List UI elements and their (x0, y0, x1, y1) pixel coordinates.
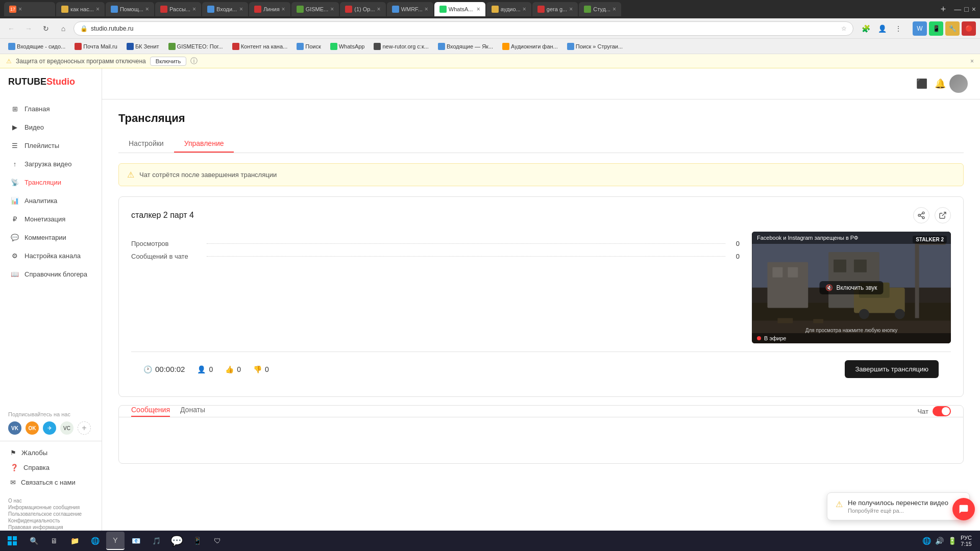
sidebar-item-complaints[interactable]: ⚑ Жалобы (0, 445, 102, 460)
footer-about[interactable]: О нас (8, 498, 93, 504)
bookmark-2[interactable]: Почта Mail.ru (70, 42, 121, 51)
add-social-button[interactable]: + (78, 421, 91, 435)
taskbar-taskview[interactable]: 🖥 (45, 532, 63, 550)
sidebar-item-home[interactable]: ⊞ Главная (0, 99, 102, 118)
back-button[interactable]: ← (4, 21, 18, 36)
bookmark-5[interactable]: Контент на кана... (228, 42, 292, 51)
tab-stud[interactable]: Студ... × (579, 2, 621, 16)
vk-social-icon[interactable]: VK (8, 421, 21, 435)
sidebar-item-playlists[interactable]: ☰ Плейлисты (0, 136, 102, 155)
tab-rassy[interactable]: Рассы... × (155, 2, 201, 16)
user-avatar[interactable] (949, 74, 968, 93)
tab-close[interactable]: × (330, 6, 334, 13)
footer-info[interactable]: Информационные сообщения (8, 505, 93, 510)
sidebar-item-monetization[interactable]: ₽ Монетизация (0, 210, 102, 228)
taskbar-search[interactable]: 🔍 (24, 532, 43, 550)
tab-17[interactable]: 17 × (4, 2, 55, 16)
tab-close[interactable]: × (192, 6, 196, 13)
bookmark-star-icon[interactable]: ☆ (841, 25, 847, 32)
profile-button[interactable]: 👤 (875, 21, 889, 36)
bookmark-whatsapp[interactable]: WhatsApp (326, 42, 369, 51)
close-browser-button[interactable]: × (972, 5, 976, 13)
taskbar-yandex[interactable]: Y (106, 532, 125, 550)
chat-toggle[interactable] (933, 406, 951, 416)
tab-close[interactable]: × (477, 6, 480, 13)
network-icon[interactable]: 🌐 (922, 537, 931, 545)
bookmark-1[interactable]: Входящие - сидо... (4, 42, 69, 51)
tab-gisme[interactable]: GISME... × (291, 2, 339, 16)
reload-button[interactable]: ↻ (39, 21, 53, 36)
tab-audio[interactable]: аудио... × (486, 2, 531, 16)
tab-close[interactable]: × (612, 6, 616, 13)
taskbar-explorer[interactable]: 📁 (65, 532, 84, 550)
screen-button[interactable]: ⬛ (913, 74, 931, 93)
taskbar-norton[interactable]: 🛡 (208, 532, 227, 550)
sidebar-item-help[interactable]: ❓ Справка (0, 460, 102, 475)
sidebar-item-upload[interactable]: ↑ Загрузка видео (0, 155, 102, 173)
start-button[interactable] (4, 533, 20, 549)
tab-close[interactable]: × (145, 6, 149, 13)
enable-security-button[interactable]: Включить (150, 57, 186, 66)
extensions-button[interactable]: 🧩 (859, 21, 873, 36)
bookmark-6[interactable]: Поиск (292, 42, 325, 51)
sidebar-item-streams[interactable]: 📡 Трансляции (0, 173, 102, 191)
security-bar-close[interactable]: × (970, 58, 974, 65)
ext-icon2[interactable]: 🔴 (962, 21, 976, 36)
tab-gera[interactable]: gera g... × (532, 2, 578, 16)
external-link-button[interactable] (935, 207, 951, 223)
taskbar-whatsapp[interactable]: 💬 (167, 532, 186, 550)
tab-yandex[interactable]: как нас... × (56, 2, 105, 16)
minimize-button[interactable]: — (954, 5, 961, 13)
tab-close[interactable]: × (96, 6, 100, 13)
tab-management[interactable]: Управление (174, 135, 234, 153)
taskbar-mail[interactable]: 📧 (127, 532, 145, 550)
tab-liniya[interactable]: Линия × (249, 2, 290, 16)
tab-wmrf[interactable]: WMRF... × (387, 2, 433, 16)
tab-close[interactable]: × (569, 6, 573, 13)
taskbar-browser[interactable]: 🌐 (86, 532, 104, 550)
chat-tab-donations[interactable]: Донаты (180, 406, 205, 417)
forward-button[interactable]: → (21, 21, 36, 36)
volume-icon[interactable]: 🔊 (935, 537, 944, 545)
bookmark-9[interactable]: Аудиокниги фан... (498, 42, 562, 51)
tab-close[interactable]: × (523, 6, 526, 13)
sidebar-item-video[interactable]: ▶ Видео (0, 118, 102, 136)
tab-whatsapp[interactable]: WhatsA... × (434, 2, 485, 16)
telegram-social-icon[interactable]: ✈ (43, 421, 56, 435)
vc-social-icon[interactable]: VC (60, 421, 74, 435)
tab-close[interactable]: × (239, 6, 243, 13)
sidebar-item-comments[interactable]: 💬 Комментарии (0, 228, 102, 246)
tab-pomosh[interactable]: Помощ... × (106, 2, 154, 16)
fab-button[interactable] (952, 498, 975, 520)
footer-terms[interactable]: Пользовательское соглашение (8, 511, 93, 517)
new-tab-button[interactable]: + (938, 4, 949, 15)
sidebar-item-channel[interactable]: ⚙ Настройка канала (0, 246, 102, 265)
share-button[interactable] (913, 207, 929, 223)
bookmark-7[interactable]: new-rutor.org с:к... (370, 42, 432, 51)
taskbar-clock[interactable]: РУС 7:15 (961, 535, 972, 547)
ok-social-icon[interactable]: OK (26, 421, 39, 435)
maximize-button[interactable]: □ (964, 5, 968, 13)
ext-icon[interactable]: 🔧 (945, 21, 960, 36)
tab-vhodi[interactable]: Входи... × (202, 2, 248, 16)
whatsapp-icon[interactable]: 📱 (929, 21, 943, 36)
taskbar-media[interactable]: 🎵 (147, 532, 165, 550)
tab-close[interactable]: × (425, 6, 428, 13)
footer-privacy[interactable]: Конфиденциальность (8, 518, 93, 523)
tab-close[interactable]: × (282, 6, 285, 13)
word-icon[interactable]: W (913, 21, 927, 36)
bookmark-10[interactable]: Поиск » Стругаи... (563, 42, 627, 51)
address-bar[interactable]: 🔒 studio.rutube.ru ☆ (74, 21, 853, 36)
sidebar-item-contact[interactable]: ✉ Связаться с нами (0, 475, 102, 490)
home-button[interactable]: ⌂ (56, 21, 70, 36)
end-stream-button[interactable]: Завершить трансляцию (845, 360, 939, 378)
tab-settings[interactable]: Настройки (118, 135, 174, 153)
tab-close[interactable]: × (377, 6, 381, 13)
bookmark-4[interactable]: GISMETEO: Пог... (164, 42, 227, 51)
tab-order[interactable]: (1) Ор... × (340, 2, 385, 16)
taskbar-viber[interactable]: 📱 (188, 532, 206, 550)
bookmark-3[interactable]: БК Зенит (122, 42, 163, 51)
footer-legal[interactable]: Правовая информация (8, 524, 93, 530)
sidebar-item-guide[interactable]: 📖 Справочник блогера (0, 265, 102, 283)
tab-close[interactable]: × (18, 6, 22, 13)
